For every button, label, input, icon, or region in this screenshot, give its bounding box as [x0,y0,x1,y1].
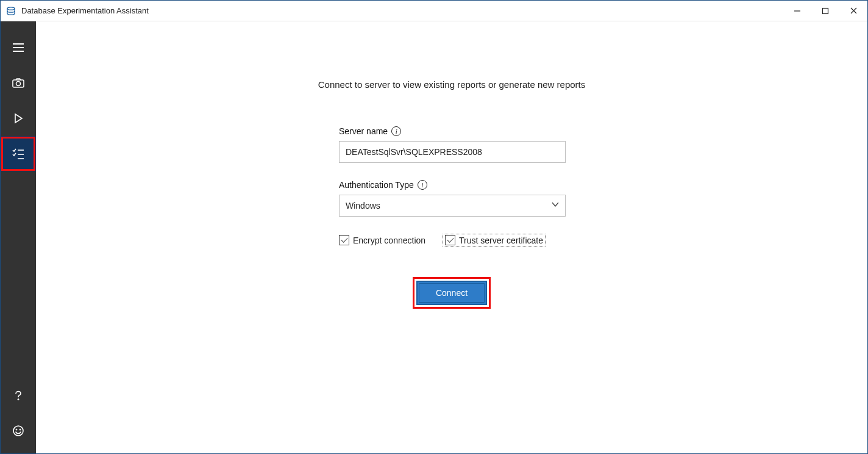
trust-label: Trust server certificate [459,236,543,245]
svg-point-16 [16,429,17,430]
svg-point-0 [7,7,15,9]
checkbox-icon [445,235,455,245]
app-window: Database Experimentation Assistant [0,0,868,454]
titlebar: Database Experimentation Assistant [1,1,867,21]
sidebar-feedback-button[interactable] [1,413,36,449]
auth-type-select[interactable]: Windows [339,195,566,217]
maximize-button[interactable] [811,1,839,21]
svg-point-9 [16,82,21,86]
window-controls [783,1,867,21]
sidebar-menu-button[interactable] [1,30,36,65]
sidebar [1,21,36,453]
sidebar-replay-button[interactable] [1,101,36,136]
close-button[interactable] [839,1,867,21]
encrypt-label: Encrypt connection [353,236,425,245]
svg-rect-2 [823,8,828,13]
info-icon[interactable]: i [391,126,401,136]
play-icon [13,113,24,124]
checklist-icon [12,147,25,160]
app-icon [5,5,16,16]
server-name-label: Server name [339,126,388,136]
question-icon [12,389,24,402]
server-name-field: Server name i [339,126,566,163]
instruction-text: Connect to server to view existing repor… [305,79,598,90]
chevron-down-icon [551,200,560,211]
sidebar-help-button[interactable] [1,378,36,413]
connect-button[interactable]: Connect [419,283,485,303]
main-content: Connect to server to view existing repor… [36,21,867,453]
sidebar-reports-button[interactable] [1,136,36,171]
connect-button-label: Connect [436,288,468,298]
smiley-icon [12,425,24,437]
checkbox-icon [339,235,349,245]
server-name-input[interactable] [339,141,566,163]
svg-marker-10 [15,114,22,123]
trust-certificate-checkbox[interactable]: Trust server certificate [443,234,546,247]
tutorial-highlight: Connect [413,277,491,309]
app-title: Database Experimentation Assistant [21,6,149,15]
auth-type-value: Windows [346,201,380,211]
svg-point-15 [13,426,23,436]
minimize-button[interactable] [783,1,811,21]
svg-point-14 [18,399,19,400]
sidebar-capture-button[interactable] [1,65,36,101]
auth-type-field: Authentication Type i Windows [339,180,566,217]
info-icon[interactable]: i [418,180,427,190]
encrypt-connection-checkbox[interactable]: Encrypt connection [339,235,425,245]
hamburger-icon [11,40,26,55]
svg-point-17 [20,429,21,430]
auth-type-label: Authentication Type [339,180,414,190]
camera-icon [12,76,25,90]
